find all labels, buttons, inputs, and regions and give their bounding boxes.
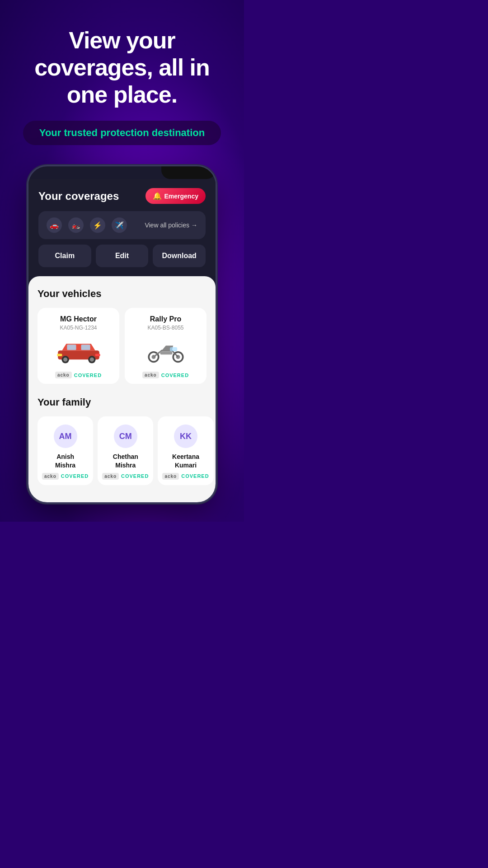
family-name-cm: ChethanMishra xyxy=(113,453,138,469)
acko-logo-kk: acko xyxy=(162,473,179,480)
covered-badge-kk: acko COVERED xyxy=(162,473,209,480)
motorcycle-image xyxy=(131,335,200,367)
ev-policy-icon[interactable]: ⚡ xyxy=(90,217,105,233)
car-image xyxy=(44,335,113,367)
family-card-cm[interactable]: CM ChethanMishra acko COVERED xyxy=(98,416,153,485)
covered-label-cm: COVERED xyxy=(121,473,149,479)
arrow-right-icon: → xyxy=(191,222,197,229)
bike-policy-icon[interactable]: 🏍️ xyxy=(68,217,84,233)
phone-notch xyxy=(161,166,216,179)
avatar-kk: KK xyxy=(174,425,197,448)
emergency-label: Emergency xyxy=(164,193,198,200)
covered-badge-am: acko COVERED xyxy=(42,473,89,480)
avatar-cm: CM xyxy=(114,425,137,448)
policy-icons-row: 🚗 🏍️ ⚡ ✈️ View all policies → xyxy=(38,211,206,239)
svg-point-4 xyxy=(63,358,67,362)
acko-logo-1: acko xyxy=(55,372,72,378)
view-all-policies-link[interactable]: View all policies → xyxy=(145,222,197,229)
family-name-am: AnishMishra xyxy=(55,453,75,469)
covered-label-2: COVERED xyxy=(161,373,189,378)
claim-label: Claim xyxy=(55,252,75,259)
svg-point-6 xyxy=(89,358,94,362)
vehicle-card-rally-pro[interactable]: Rally Pro KA05-BS-8055 xyxy=(125,308,206,384)
coverages-header: Your coverages 🔔 Emergency xyxy=(38,188,206,204)
svg-rect-1 xyxy=(67,345,76,350)
policy-icon-list: 🚗 🏍️ ⚡ ✈️ xyxy=(47,217,127,233)
family-section-title: Your family xyxy=(38,396,206,408)
acko-logo-cm: acko xyxy=(102,473,119,480)
edit-label: Edit xyxy=(115,252,129,259)
svg-rect-13 xyxy=(170,347,177,351)
vehicle-plate-1: KA05-NG-1234 xyxy=(60,325,97,331)
hero-title: View your coverages, all in one place. xyxy=(14,27,230,108)
covered-badge-1: acko COVERED xyxy=(55,372,102,378)
acko-logo-am: acko xyxy=(42,473,59,480)
covered-badge-2: acko COVERED xyxy=(142,372,189,378)
dark-section: Your coverages 🔔 Emergency 🚗 🏍️ ⚡ ✈️ Vi xyxy=(28,179,216,276)
vehicles-section-title: Your vehicles xyxy=(38,288,206,300)
emergency-button[interactable]: 🔔 Emergency xyxy=(145,188,206,204)
phone-screen: Your coverages 🔔 Emergency 🚗 🏍️ ⚡ ✈️ Vi xyxy=(28,179,216,502)
vehicle-plate-2: KA05-BS-8055 xyxy=(147,325,183,331)
edit-button[interactable]: Edit xyxy=(96,245,149,267)
view-all-label: View all policies xyxy=(145,222,189,229)
hero-subtitle: Your trusted protection destination xyxy=(39,127,205,139)
travel-policy-icon[interactable]: ✈️ xyxy=(112,217,127,233)
svg-rect-8 xyxy=(95,354,100,357)
white-content-section: Your vehicles MG Hector KA05-NG-1234 xyxy=(28,276,216,502)
svg-rect-7 xyxy=(57,354,62,357)
avatar-am: AM xyxy=(54,425,77,448)
svg-rect-2 xyxy=(81,345,90,350)
family-card-am[interactable]: AM AnishMishra acko COVERED xyxy=(38,416,93,485)
phone-mockup: Your coverages 🔔 Emergency 🚗 🏍️ ⚡ ✈️ Vi xyxy=(27,165,217,504)
download-label: Download xyxy=(162,252,196,259)
covered-badge-cm: acko COVERED xyxy=(102,473,149,480)
covered-label-am: COVERED xyxy=(61,473,89,479)
hero-subtitle-pill: Your trusted protection destination xyxy=(23,121,221,145)
vehicle-name-1: MG Hector xyxy=(60,315,97,323)
svg-rect-14 xyxy=(160,351,172,354)
claim-button[interactable]: Claim xyxy=(38,245,91,267)
hero-background: View your coverages, all in one place. Y… xyxy=(0,0,244,522)
covered-label-1: COVERED xyxy=(74,373,102,378)
family-card-kk[interactable]: KK KeertanaKumari acko COVERED xyxy=(158,416,213,485)
family-name-kk: KeertanaKumari xyxy=(172,453,199,469)
car-policy-icon[interactable]: 🚗 xyxy=(47,217,62,233)
action-buttons-row: Claim Edit Download xyxy=(38,245,206,267)
covered-label-kk: COVERED xyxy=(181,473,209,479)
vehicle-name-2: Rally Pro xyxy=(150,315,181,323)
vehicle-card-mg-hector[interactable]: MG Hector KA05-NG-1234 xyxy=(38,308,119,384)
bell-icon: 🔔 xyxy=(153,192,162,200)
vehicles-grid: MG Hector KA05-NG-1234 xyxy=(38,308,206,384)
family-grid: AM AnishMishra acko COVERED CM ChethanMi… xyxy=(38,416,206,485)
coverages-title: Your coverages xyxy=(38,190,119,203)
acko-logo-2: acko xyxy=(142,372,159,378)
download-button[interactable]: Download xyxy=(153,245,206,267)
